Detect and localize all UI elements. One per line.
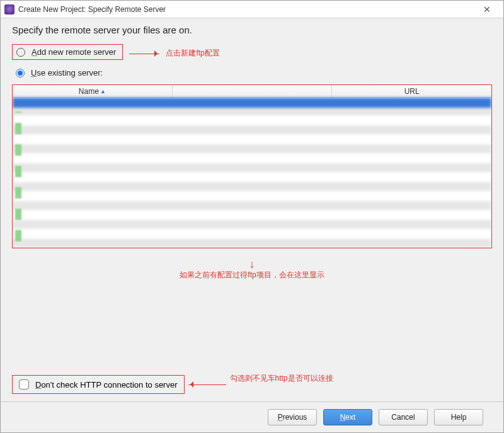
annotation-add-new: 点击新建ftp配置 — [166, 48, 219, 59]
dialog-window: Create New Project: Specify Remote Serve… — [0, 0, 504, 433]
radio-use-existing-label: Use existing server: — [31, 68, 103, 78]
button-bar: Previous Next Cancel Help — [12, 402, 492, 432]
radio-add-new-label: Add new remote server — [32, 47, 116, 57]
checkbox-dont-check-http[interactable]: Don't check HTTP connection to server — [12, 375, 185, 394]
titlebar: Create New Project: Specify Remote Serve… — [1, 1, 503, 18]
annotation-down-arrow-icon: ↓ — [12, 258, 492, 270]
radio-add-new-remote-server[interactable]: Add new remote server — [12, 44, 123, 60]
sort-asc-icon: ▲ — [100, 88, 106, 95]
help-button[interactable]: Help — [434, 409, 483, 425]
previous-button[interactable]: Previous — [268, 409, 317, 425]
close-button[interactable]: ✕ — [474, 1, 500, 18]
radio-icon — [16, 48, 25, 57]
annotation-arrow-icon — [129, 51, 159, 56]
checkbox-dont-check-http-label: Don't check HTTP connection to server — [35, 380, 178, 390]
next-button[interactable]: Next — [323, 409, 372, 425]
column-header-name[interactable]: Name▲ — [13, 85, 173, 97]
cancel-button[interactable]: Cancel — [379, 409, 428, 425]
radio-icon — [16, 69, 25, 78]
window-title: Create New Project: Specify Remote Serve… — [18, 5, 474, 14]
dialog-content: Specify the remote server your files are… — [1, 18, 503, 432]
column-header-blank[interactable] — [173, 85, 333, 97]
annotation-list-area: ↓ 如果之前有配置过得ftp项目，会在这里显示 — [12, 258, 492, 280]
annotation-list-area-text: 如果之前有配置过得ftp项目，会在这里显示 — [12, 270, 492, 280]
close-icon: ✕ — [483, 4, 491, 14]
instruction-text: Specify the remote server your files are… — [12, 25, 492, 35]
annotation-http-check: 勾选则不见车http是否可以连接 — [230, 373, 333, 384]
column-header-url[interactable]: URL — [332, 85, 491, 97]
radio-use-existing-server[interactable]: Use existing server: — [12, 66, 492, 79]
table-header: Name▲ URL — [13, 85, 491, 98]
table-body-redacted — [13, 98, 491, 248]
checkbox-icon — [19, 379, 29, 390]
existing-servers-table[interactable]: Name▲ URL — [12, 84, 492, 248]
annotation-arrow-icon — [188, 382, 226, 387]
app-icon — [4, 4, 14, 14]
